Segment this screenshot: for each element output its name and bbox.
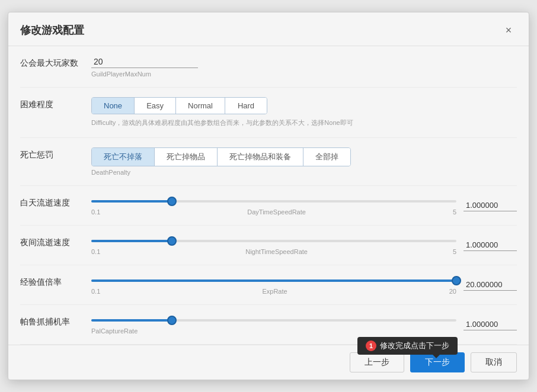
- day-speed-label: 白天流逝速度: [20, 195, 91, 208]
- day-speed-min-label: 0.1: [91, 208, 100, 216]
- guild-max-players-row: 公会最大玩家数 GuildPlayerMaxNum: [20, 46, 517, 88]
- exp-rate-min-label: 0.1: [91, 288, 100, 295]
- pal-capture-track-wrapper[interactable]: [91, 314, 456, 326]
- day-speed-max-label: 5: [453, 208, 456, 216]
- night-speed-track-wrapper[interactable]: [91, 235, 456, 247]
- pal-capture-value-input[interactable]: [464, 319, 517, 330]
- day-speed-track: [91, 200, 456, 203]
- day-speed-fill: [91, 200, 172, 203]
- dialog-body: 公会最大玩家数 GuildPlayerMaxNum 困难程度 None Easy…: [8, 46, 529, 345]
- exp-rate-track: [91, 279, 456, 282]
- exp-rate-slider-container: 0.1 ExpRate 20: [91, 275, 456, 295]
- difficulty-none-btn[interactable]: None: [92, 98, 135, 114]
- pal-capture-track: [91, 319, 456, 322]
- guild-max-players-label: 公会最大玩家数: [20, 56, 91, 69]
- pal-capture-thumb[interactable]: [167, 316, 177, 325]
- night-speed-thumb[interactable]: [167, 236, 177, 246]
- exp-rate-thumb[interactable]: [452, 276, 461, 285]
- difficulty-hard-btn[interactable]: Hard: [225, 98, 267, 114]
- night-speed-min-label: 0.1: [91, 248, 100, 255]
- difficulty-row: 困难程度 None Easy Normal Hard Difficulty，游戏…: [20, 88, 517, 138]
- difficulty-btn-group: None Easy Normal Hard: [91, 97, 267, 114]
- exp-rate-row: 经验值倍率 0.1 ExpRate 20: [20, 265, 517, 305]
- night-speed-fill: [91, 240, 172, 242]
- night-speed-track: [91, 240, 456, 242]
- night-speed-slider-row: 0.1 NightTimeSpeedRate 5: [91, 235, 517, 255]
- night-speed-row: 夜间流逝速度 0.1 NightTimeSpeedRate: [20, 226, 517, 265]
- pal-capture-labels: PalCaptureRate: [91, 327, 456, 335]
- tooltip-text: 修改完成点击下一步: [380, 340, 449, 351]
- dialog-header: 修改游戏配置 ×: [8, 12, 529, 46]
- dialog-title: 修改游戏配置: [20, 23, 84, 37]
- pal-capture-fill: [91, 319, 172, 322]
- day-speed-slider-row: 0.1 DayTimeSpeedRate 5: [91, 195, 517, 216]
- tooltip-badge: 1 修改完成点击下一步: [357, 337, 458, 355]
- dialog-footer: 1 修改完成点击下一步 上一步 下一步 取消: [8, 345, 529, 380]
- death-penalty-field-name: DeathPenalty: [91, 169, 517, 176]
- pal-capture-control: PalCaptureRate: [91, 314, 517, 335]
- guild-max-players-input[interactable]: [91, 56, 198, 68]
- night-speed-max-label: 5: [453, 248, 456, 255]
- close-button[interactable]: ×: [500, 22, 517, 38]
- tooltip-badge-num: 1: [366, 340, 376, 351]
- difficulty-control: None Easy Normal Hard Difficulty，游戏的具体难易…: [91, 97, 517, 128]
- exp-rate-field-name: ExpRate: [262, 288, 287, 295]
- day-speed-field-name: DayTimeSpeedRate: [247, 208, 306, 216]
- exp-rate-labels: 0.1 ExpRate 20: [91, 288, 456, 295]
- exp-rate-max-label: 20: [449, 288, 456, 295]
- day-speed-control: 0.1 DayTimeSpeedRate 5: [91, 195, 517, 216]
- exp-rate-label: 经验值倍率: [20, 275, 91, 288]
- death-penalty-btn-group: 死亡不掉落 死亡掉物品 死亡掉物品和装备 全部掉: [91, 147, 351, 166]
- death-penalty-label: 死亡惩罚: [20, 147, 91, 160]
- exp-rate-slider-row: 0.1 ExpRate 20: [91, 275, 517, 295]
- difficulty-normal-btn[interactable]: Normal: [176, 98, 225, 114]
- death-penalty-no-drop-btn[interactable]: 死亡不掉落: [92, 148, 155, 166]
- night-speed-labels: 0.1 NightTimeSpeedRate 5: [91, 248, 456, 255]
- difficulty-easy-btn[interactable]: Easy: [135, 98, 176, 114]
- day-speed-row: 白天流逝速度 0.1 DayTimeSpeedRate: [20, 186, 517, 226]
- config-dialog: 修改游戏配置 × 公会最大玩家数 GuildPlayerMaxNum 困难程度 …: [8, 12, 529, 380]
- exp-rate-fill: [91, 279, 456, 282]
- day-speed-track-wrapper[interactable]: [91, 195, 456, 207]
- guild-max-players-field-name: GuildPlayerMaxNum: [91, 70, 517, 78]
- exp-rate-track-wrapper[interactable]: [91, 275, 456, 287]
- night-speed-control: 0.1 NightTimeSpeedRate 5: [91, 235, 517, 255]
- night-speed-slider-container: 0.1 NightTimeSpeedRate 5: [91, 235, 456, 255]
- night-speed-field-name: NightTimeSpeedRate: [245, 248, 308, 255]
- night-speed-label: 夜间流逝速度: [20, 235, 91, 248]
- pal-capture-label: 帕鲁抓捕机率: [20, 314, 91, 327]
- guild-max-players-control: GuildPlayerMaxNum: [91, 56, 517, 78]
- death-penalty-control: 死亡不掉落 死亡掉物品 死亡掉物品和装备 全部掉 DeathPenalty: [91, 147, 517, 176]
- difficulty-hint: Difficulty，游戏的具体难易程度由其他参数组合而来，与此参数的关系不大，…: [91, 118, 517, 128]
- death-penalty-item-btn[interactable]: 死亡掉物品: [155, 148, 218, 166]
- day-speed-slider-container: 0.1 DayTimeSpeedRate 5: [91, 195, 456, 216]
- difficulty-label: 困难程度: [20, 97, 91, 110]
- exp-rate-control: 0.1 ExpRate 20: [91, 275, 517, 295]
- cancel-button[interactable]: 取消: [471, 352, 517, 372]
- pal-capture-field-name: PalCaptureRate: [91, 327, 138, 335]
- death-penalty-row: 死亡惩罚 死亡不掉落 死亡掉物品 死亡掉物品和装备 全部掉 DeathPenal…: [20, 138, 517, 186]
- day-speed-labels: 0.1 DayTimeSpeedRate 5: [91, 208, 456, 216]
- pal-capture-slider-row: PalCaptureRate: [91, 314, 517, 335]
- pal-capture-slider-container: PalCaptureRate: [91, 314, 456, 335]
- night-speed-value-input[interactable]: [464, 239, 517, 251]
- death-penalty-item-equip-btn[interactable]: 死亡掉物品和装备: [218, 148, 303, 166]
- exp-rate-value-input[interactable]: [464, 279, 517, 291]
- death-penalty-all-btn[interactable]: 全部掉: [303, 148, 350, 166]
- day-speed-value-input[interactable]: [464, 200, 517, 211]
- day-speed-thumb[interactable]: [167, 197, 177, 206]
- prev-button[interactable]: 上一步: [350, 352, 404, 372]
